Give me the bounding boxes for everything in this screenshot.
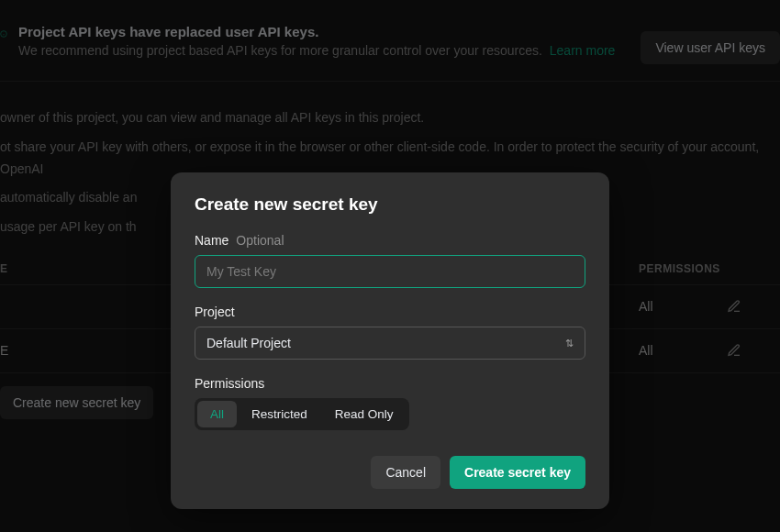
- name-input[interactable]: [195, 255, 585, 288]
- name-label: Name: [195, 233, 228, 248]
- name-optional-hint: Optional: [236, 233, 284, 248]
- modal-backdrop[interactable]: Create new secret key Name Optional Proj…: [0, 0, 780, 532]
- project-select[interactable]: Default Project ⇅: [195, 327, 585, 360]
- project-label: Project: [195, 305, 235, 319]
- chevron-up-down-icon: ⇅: [565, 338, 574, 349]
- project-selected-value: Default Project: [206, 336, 291, 350]
- cancel-button[interactable]: Cancel: [371, 456, 440, 489]
- permission-option-readonly[interactable]: Read Only: [322, 401, 407, 427]
- modal-title: Create new secret key: [195, 194, 585, 215]
- create-secret-key-modal: Create new secret key Name Optional Proj…: [171, 172, 609, 509]
- permissions-label: Permissions: [195, 376, 264, 391]
- create-secret-key-submit-button[interactable]: Create secret key: [450, 456, 585, 489]
- permissions-segmented-control: All Restricted Read Only: [195, 398, 409, 430]
- permission-option-restricted[interactable]: Restricted: [239, 401, 320, 427]
- permission-option-all[interactable]: All: [197, 401, 237, 427]
